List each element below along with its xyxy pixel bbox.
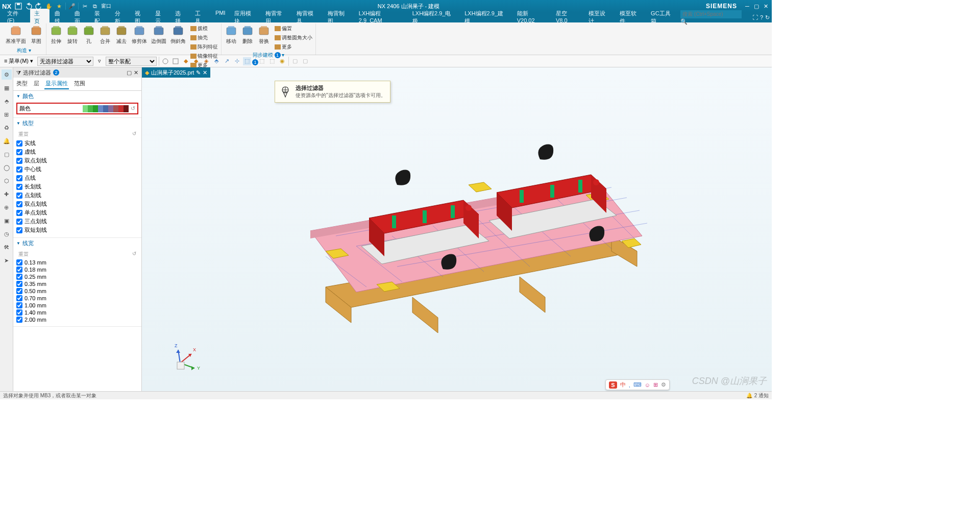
resize-blend-button[interactable]: 调整圆角大小: [273, 33, 313, 42]
linewidth-checkbox[interactable]: [16, 309, 22, 316]
linewidth-item[interactable]: 1.00 mm: [16, 302, 138, 309]
linetype-item[interactable]: 长划线: [16, 182, 138, 191]
mic-icon[interactable]: 🎤: [68, 2, 76, 10]
linewidth-reset[interactable]: 重置: [18, 251, 29, 258]
refresh-icon[interactable]: ↻: [765, 14, 770, 21]
ime-panel-icon[interactable]: ⊞: [653, 381, 658, 388]
filter-icon[interactable]: ▿: [95, 57, 104, 65]
ime-bar[interactable]: S 中 , ⌨ ☺ ⊞ ⚙: [605, 379, 670, 390]
graphics-viewport[interactable]: ◆ 山涧果子2025.prt ✎ ✕ 选择过滤器 使资源条中的"选择过滤器"选项…: [142, 67, 772, 391]
maximize-icon[interactable]: ▢: [752, 3, 761, 10]
linewidth-checkbox[interactable]: [16, 259, 22, 266]
linewidth-item[interactable]: 0.35 mm: [16, 280, 138, 287]
sketch-button[interactable]: 草图: [29, 23, 44, 46]
touch-icon[interactable]: ✋: [45, 2, 53, 10]
hole-button[interactable]: 孔: [81, 23, 96, 46]
linetype-checkbox[interactable]: [16, 158, 22, 164]
color-swatch[interactable]: [83, 105, 88, 112]
menu-tab-19[interactable]: 星空 V8.0: [552, 9, 583, 26]
offset-region-button[interactable]: 偏置: [273, 23, 313, 33]
linetype-checkbox[interactable]: [16, 193, 22, 199]
selection-filter-dropdown[interactable]: 无选择过滤器: [37, 57, 93, 66]
linewidth-item[interactable]: 0.70 mm: [16, 295, 138, 302]
linetype-item[interactable]: 虚线: [16, 148, 138, 156]
menu-tab-21[interactable]: 模至软件: [616, 9, 646, 26]
linewidth-checkbox[interactable]: [16, 295, 22, 301]
save-icon[interactable]: [14, 2, 22, 10]
pattern-button[interactable]: 阵列特征: [188, 42, 219, 51]
document-tab[interactable]: ◆ 山涧果子2025.prt ✎ ✕: [142, 67, 210, 78]
cut-icon[interactable]: ✂: [81, 2, 89, 10]
sel-icon-12[interactable]: ◉: [278, 57, 286, 65]
window-dropdown[interactable]: 窗口: [101, 2, 111, 10]
linetype-item[interactable]: 双点划线: [16, 200, 138, 208]
linewidth-checkbox[interactable]: [16, 274, 22, 280]
rail-box-icon[interactable]: ▢: [2, 149, 12, 159]
linetype-item[interactable]: 三点划线: [16, 217, 138, 226]
rail-part-nav-icon[interactable]: ▦: [2, 83, 12, 93]
panel-tab-3[interactable]: 范围: [73, 79, 86, 89]
minimize-icon[interactable]: ─: [743, 3, 751, 10]
rail-reuse-icon[interactable]: ♻: [2, 123, 12, 133]
linewidth-checkbox[interactable]: [16, 302, 22, 308]
shell-button[interactable]: 抽壳: [188, 33, 219, 42]
replace-face-button[interactable]: 替换: [256, 23, 272, 46]
sel-icon-3[interactable]: ◆: [182, 57, 190, 65]
notification-icon[interactable]: 🔔: [746, 393, 752, 398]
menu-tab-14[interactable]: 梅雷制图: [324, 9, 354, 26]
sel-icon-10[interactable]: ⬚: [258, 57, 266, 65]
linetype-checkbox[interactable]: [16, 149, 22, 155]
sel-icon-14[interactable]: ▢: [301, 57, 309, 65]
sel-icon-1[interactable]: [161, 57, 169, 65]
linetype-checkbox[interactable]: [16, 140, 22, 147]
panel-tab-0[interactable]: 类型: [15, 79, 29, 89]
scope-dropdown[interactable]: 整个装配: [106, 57, 157, 66]
rail-plus-icon[interactable]: ✚: [2, 189, 12, 199]
linewidth-item[interactable]: 1.40 mm: [16, 309, 138, 316]
trim-body-button[interactable]: 修剪体: [130, 23, 149, 46]
datum-plane-button[interactable]: 基准平面: [4, 23, 28, 46]
fullscreen-icon[interactable]: ⛶: [752, 14, 758, 21]
search-input[interactable]: [680, 10, 742, 18]
ime-keyboard-icon[interactable]: ⌨: [633, 381, 642, 388]
color-swatch[interactable]: [78, 105, 83, 112]
move-face-button[interactable]: 移动: [224, 23, 239, 46]
section-linetype-header[interactable]: 线型: [13, 118, 141, 129]
linetype-checkbox[interactable]: [16, 175, 22, 181]
linetype-checkbox[interactable]: [16, 166, 22, 173]
sel-icon-11[interactable]: ⬚: [268, 57, 276, 65]
sel-icon-5[interactable]: ◈: [202, 57, 210, 65]
sel-icon-2[interactable]: [172, 57, 180, 65]
color-swatches[interactable]: [78, 105, 129, 112]
menu-tab-16[interactable]: LXH编程2.9_电极: [408, 9, 460, 26]
color-reset-icon[interactable]: ↺: [131, 105, 135, 112]
linetype-checkbox[interactable]: [16, 227, 22, 233]
linetype-checkbox[interactable]: [16, 210, 22, 216]
menu-tab-20[interactable]: 模至设计: [584, 9, 615, 26]
doc-close-icon[interactable]: ✕: [203, 69, 207, 76]
color-swatch[interactable]: [108, 105, 113, 112]
rail-settings-icon[interactable]: ⚙: [2, 69, 12, 80]
panel-tab-2[interactable]: 显示属性: [44, 79, 69, 89]
color-swatch[interactable]: [103, 105, 108, 112]
linewidth-checkbox[interactable]: [16, 267, 22, 273]
linetype-reset-icon[interactable]: ↺: [132, 131, 136, 138]
sel-icon-9[interactable]: ⬚: [243, 57, 251, 65]
menu-tab-22[interactable]: GC工具箱: [647, 9, 679, 26]
color-swatch[interactable]: [124, 105, 129, 112]
linewidth-item[interactable]: 0.13 mm: [16, 259, 138, 266]
linewidth-checkbox[interactable]: [16, 288, 22, 294]
sel-icon-13[interactable]: ▢: [291, 57, 299, 65]
menu-button[interactable]: ≡ 菜单(M) ▾: [2, 56, 35, 66]
star-icon[interactable]: ★: [55, 2, 63, 10]
draft-button[interactable]: 拨模: [188, 23, 219, 33]
extrude-button[interactable]: 拉伸: [48, 23, 64, 46]
ime-lang[interactable]: 中: [620, 381, 626, 389]
rail-constraint-icon[interactable]: ⊞: [2, 109, 12, 119]
linewidth-item[interactable]: 0.25 mm: [16, 273, 138, 280]
linetype-item[interactable]: 实线: [16, 139, 138, 148]
menu-tab-15[interactable]: LXH编程2.9_CAM: [355, 9, 407, 26]
rail-target-icon[interactable]: ⊕: [2, 202, 12, 212]
close-icon[interactable]: ✕: [762, 3, 770, 10]
linewidth-item[interactable]: 0.50 mm: [16, 287, 138, 295]
